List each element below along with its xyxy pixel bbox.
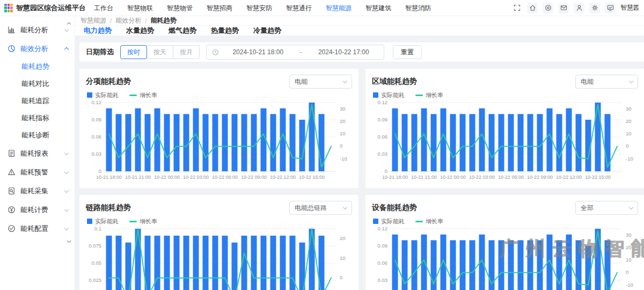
svg-text:0.05: 0.05 [92,260,102,266]
topnav-item[interactable]: 智慧物管 [160,0,200,16]
chart-title: 设备能耗趋势 [372,203,417,213]
sidebar-item[interactable]: 能耗预警 [0,163,75,182]
chart-metric-select[interactable]: 电能 [575,75,638,89]
legend-item-bar[interactable]: 实际能耗 [373,91,405,99]
user-name[interactable]: 智慧园 [620,3,639,12]
reset-button[interactable]: 重置 [393,45,422,59]
chart-title: 区域能耗趋势 [372,77,417,86]
sidebar-item-label: 能耗分析 [20,25,48,35]
tab-item[interactable]: 燃气趋势 [169,26,196,35]
right-axis-labels: 3020100-10 [626,106,633,162]
app-title: 智慧园区综合运维平台 [16,3,86,13]
date-mode-button[interactable]: 按天 [147,45,173,59]
chevron-down-icon [64,226,69,230]
sidebar-subitem[interactable]: 能耗趋势 [0,58,75,75]
legend-label: 增长率 [426,218,443,226]
topnav-item[interactable]: 智慧建筑 [358,0,398,16]
target-icon[interactable] [543,3,553,13]
tab-item[interactable]: 热量趋势 [211,26,239,35]
warning-icon [8,168,16,176]
sidebar-scroll-down-icon[interactable] [66,238,72,244]
chevron-up-icon [64,47,69,52]
sidebar-subitem[interactable]: 能耗追踪 [0,92,75,110]
legend-item-line[interactable]: 增长率 [129,218,157,226]
right-axis-labels: 3020100-10 [340,106,347,162]
fullscreen-icon[interactable] [511,3,522,13]
breadcrumb-item[interactable]: 能效分析 [115,16,141,25]
legend-item-line[interactable]: 增长率 [129,91,157,99]
gear-icon[interactable] [589,3,600,13]
line-series [395,105,617,167]
svg-text:10-21 21:00: 10-21 21:00 [411,175,437,180]
chart-card: 设备能耗趋势全部实际能耗增长率0.120.090.060.0303020100-… [365,195,644,290]
svg-text:0: 0 [626,269,628,275]
chart-metric-select[interactable]: 全部 [575,201,638,215]
date-mode-button[interactable]: 按时 [120,45,147,59]
topnav-item[interactable]: 智慧能源 [319,0,358,16]
end-date-value[interactable]: 2024-10-22 17:00 [309,48,379,56]
breadcrumb-item[interactable]: 智慧能源 [80,16,106,25]
chevron-down-icon [629,205,633,209]
tab-bar: 电力趋势水量趋势燃气趋势热量趋势冷量趋势 [75,26,644,35]
bar-swatch-icon [87,92,92,98]
sidebar-subitem[interactable]: 能耗对比 [0,75,75,92]
user-icon[interactable] [574,3,584,13]
svg-text:10-22 12:00: 10-22 12:00 [556,175,582,180]
tab-item[interactable]: 水量趋势 [126,26,154,35]
sidebar-item[interactable]: 能耗采集 [0,182,75,200]
monitor-icon[interactable] [605,3,616,13]
chevron-down-icon [64,27,69,31]
svg-text:10: 10 [340,130,346,136]
sidebar-item[interactable]: 能耗配置 [0,219,75,238]
legend-item-line[interactable]: 增长率 [415,91,443,99]
svg-text:10: 10 [626,130,632,136]
sidebar-subitem[interactable]: 能耗诊断 [0,127,75,144]
chart-legend: 实际能耗增长率 [373,91,638,99]
topnav-menu: 工作台智慧物联智慧物管智慧招商智慧安防智慧通行智慧能源智慧建筑智慧消防 [87,0,438,16]
topnav-item[interactable]: 工作台 [87,0,120,16]
svg-text:0: 0 [99,168,101,174]
sidebar-item[interactable]: 能耗分析 [0,20,75,39]
tab-item[interactable]: 冷量趋势 [253,26,281,35]
bar-swatch-icon [87,219,92,224]
date-range-picker[interactable]: 2024-10-21 18:00 - 2024-10-22 17:00 [206,45,384,60]
sidebar-item[interactable]: 能耗报表 [0,144,75,163]
home-icon[interactable] [527,3,538,13]
svg-text:10-22 03:00: 10-22 03:00 [183,175,209,180]
chevron-down-icon [343,79,347,83]
legend-label: 增长率 [426,91,443,99]
topnav-item[interactable]: 智慧消防 [398,0,438,16]
date-mode-button[interactable]: 按月 [173,45,200,59]
svg-text:20: 20 [626,244,632,250]
mail-icon[interactable] [558,3,569,13]
legend-label: 实际能耗 [95,218,119,226]
svg-text:0.03: 0.03 [378,151,388,157]
x-axis-labels: 10-21 18:0010-21 21:0010-22 00:0010-22 0… [382,175,611,180]
sidebar-scroll-up-icon[interactable] [66,20,72,26]
sidebar-subitem[interactable]: 能耗指标 [0,110,75,127]
sidebar-item[interactable]: 能效分析 [0,39,75,58]
topnav-item[interactable]: 智慧安防 [239,0,279,16]
tab-active[interactable]: 电力趋势 [84,26,112,35]
svg-text:0.06: 0.06 [378,260,388,266]
sidebar-item[interactable]: 能耗计费 [0,200,75,219]
chevron-down-icon [629,79,633,83]
topnav-item[interactable]: 智慧物联 [120,0,160,16]
legend-item-bar[interactable]: 实际能耗 [87,218,119,226]
line-series [395,231,617,290]
chart-metric-select[interactable]: 电能 [289,75,352,89]
svg-text:10-22 03:00: 10-22 03:00 [469,175,495,180]
legend-item-line[interactable]: 增长率 [415,218,443,226]
start-date-value[interactable]: 2024-10-21 18:00 [223,48,293,56]
topnav-item[interactable]: 智慧招商 [200,0,239,16]
chart-metric-select[interactable]: 电能总链路 [289,201,352,215]
content-area: 日期筛选 按时按天按月 2024-10-21 18:00 - 2024-10-2… [75,35,644,290]
legend-item-bar[interactable]: 实际能耗 [373,218,405,226]
topnav-item[interactable]: 智慧通行 [279,0,319,16]
legend-item-bar[interactable]: 实际能耗 [87,91,119,99]
line-swatch-icon [129,221,137,222]
svg-text:0.12: 0.12 [378,99,388,105]
breadcrumb-separator: / [145,17,147,25]
sidebar-item-label: 能耗计费 [20,205,48,215]
svg-text:10: 10 [626,257,632,263]
